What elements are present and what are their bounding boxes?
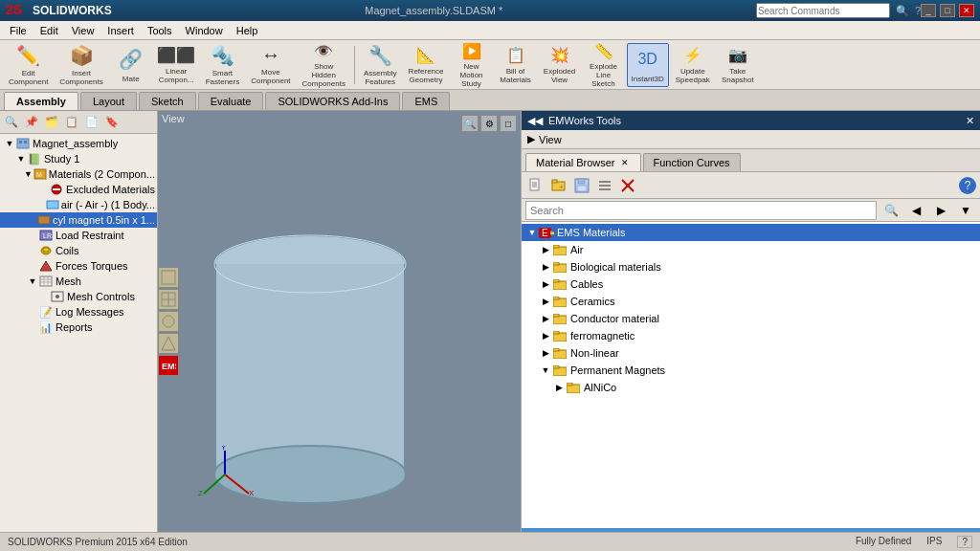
log-arrow[interactable]: ▶ — [27, 307, 38, 317]
mat-ems-materials[interactable]: ▼ E EMS Materials — [522, 224, 980, 241]
air-arrow[interactable]: ▶ — [34, 200, 45, 209]
lp-btn-4[interactable]: 📄 — [82, 113, 101, 132]
materials-arrow[interactable]: ▼ — [23, 169, 33, 179]
ceramics-arrow[interactable]: ▶ — [539, 297, 552, 306]
explode-line-button[interactable]: 📏 ExplodeLineSketch — [583, 43, 625, 87]
mat-ceramics[interactable]: ▶ Ceramics — [522, 293, 980, 310]
menu-file[interactable]: File — [4, 23, 33, 38]
new-folder-btn[interactable]: + — [548, 175, 569, 196]
nonlinear-arrow[interactable]: ▶ — [539, 348, 552, 358]
new-material-btn[interactable] — [525, 175, 546, 196]
insert-components-button[interactable]: 📦 InsertComponents — [55, 43, 107, 87]
tree-materials[interactable]: ▼ M Materials (2 Compon... — [0, 166, 157, 182]
lp-btn-1[interactable]: 📌 — [22, 113, 41, 132]
menu-tools[interactable]: Tools — [142, 23, 178, 38]
tab-layout[interactable]: Layout — [80, 92, 137, 110]
lp-btn-2[interactable]: 🗂️ — [42, 113, 61, 132]
mat-cables[interactable]: ▶ Cables — [522, 276, 980, 293]
menu-window[interactable]: Window — [180, 23, 229, 38]
rp-collapse-btn[interactable]: ✕ — [966, 115, 974, 127]
mat-ferromagnetic[interactable]: ▶ ferromagnetic — [522, 327, 980, 344]
mat-permanent-magnets[interactable]: ▼ Permanent Magnets — [522, 362, 980, 379]
assembly-features-button[interactable]: 🔧 AssemblyFeatures — [359, 43, 402, 87]
reports-arrow[interactable]: ▶ — [27, 322, 38, 332]
air-mat-arrow[interactable]: ▶ — [539, 245, 552, 254]
tab-assembly[interactable]: Assembly — [4, 92, 78, 110]
bill-of-materials-button[interactable]: 📋 Bill ofMaterials — [495, 43, 537, 87]
tab-sketch[interactable]: Sketch — [139, 92, 196, 110]
mesh-arrow[interactable]: ▼ — [27, 276, 38, 286]
permanent-magnets-arrow[interactable]: ▼ — [539, 365, 552, 375]
smart-fasteners-button[interactable]: 🔩 SmartFasteners — [201, 43, 245, 87]
save-material-btn[interactable] — [571, 175, 592, 196]
tab-function-curves[interactable]: Function Curves — [643, 153, 741, 171]
zoom-icon[interactable]: 🔍 — [461, 115, 479, 132]
move-component-button[interactable]: ↔️ MoveComponent — [246, 43, 295, 87]
mat-conductor[interactable]: ▶ Conductor material — [522, 310, 980, 327]
tree-air[interactable]: ▶ air (- Air -) (1 Body... — [0, 197, 157, 212]
menu-help[interactable]: Help — [231, 23, 264, 38]
tree-excluded-materials[interactable]: ▶ Excluded Materials — [0, 182, 157, 197]
ferro-arrow[interactable]: ▶ — [539, 331, 552, 341]
magnet-arrow[interactable]: ▶ — [29, 215, 37, 225]
menu-insert[interactable]: Insert — [101, 23, 140, 38]
tab-evaluate[interactable]: Evaluate — [198, 92, 264, 110]
mat-air[interactable]: ▶ Air — [522, 241, 980, 258]
tree-log-messages[interactable]: ▶ 📝 Log Messages — [0, 304, 157, 320]
load-arrow[interactable]: ▶ — [27, 231, 38, 240]
tree-coils[interactable]: ▶ Coils — [0, 243, 157, 258]
mesh-controls-arrow[interactable]: ▶ — [38, 292, 50, 301]
show-hidden-button[interactable]: 👁️ ShowHiddenComponents — [298, 43, 350, 87]
tree-cyl-magnet[interactable]: ▶ cyl magnet 0.5in x 1... — [0, 212, 157, 228]
reference-geometry-button[interactable]: 📐 ReferenceGeometry — [404, 43, 449, 87]
tree-load-restraint[interactable]: ▶ LR Load Restraint — [0, 228, 157, 243]
linear-component-button[interactable]: ⬛⬛ LinearCompon... — [154, 43, 199, 87]
tree-mesh-controls[interactable]: ▶ Mesh Controls — [0, 289, 157, 304]
tab-solidworks-addins[interactable]: SOLIDWORKS Add-Ins — [265, 92, 400, 110]
edit-component-button[interactable]: ✏️ EditComponent — [4, 43, 53, 87]
status-help-icon[interactable]: ? — [957, 536, 972, 548]
help-btn[interactable]: ? — [959, 177, 976, 194]
tab-material-browser[interactable]: Material Browser ✕ — [525, 153, 641, 171]
lp-btn-5[interactable]: 🔖 — [102, 113, 122, 132]
bio-arrow[interactable]: ▶ — [539, 262, 552, 272]
close-material-browser-btn[interactable]: ✕ — [619, 157, 631, 168]
maximize-button[interactable]: □ — [940, 4, 955, 17]
delete-material-btn[interactable] — [617, 175, 638, 196]
tree-reports[interactable]: ▶ 📊 Reports — [0, 320, 157, 335]
lp-btn-3[interactable]: 📋 — [62, 113, 81, 132]
mate-button[interactable]: 🔗 Mate — [110, 43, 152, 87]
mat-nonlinear[interactable]: ▶ Non-linear — [522, 344, 980, 362]
tree-study1[interactable]: ▼ 📗 Study 1 — [0, 151, 157, 166]
tree-root[interactable]: ▼ Magnet_assembly — [0, 136, 157, 151]
cables-arrow[interactable]: ▶ — [539, 279, 552, 289]
search-prev-btn[interactable]: ◀ — [905, 200, 926, 221]
emworks-header-arrow[interactable]: ◀◀ — [527, 115, 543, 127]
search-submit-btn[interactable]: 🔍 — [880, 200, 902, 221]
excluded-arrow[interactable]: ▶ — [37, 185, 49, 194]
search-next-btn[interactable]: ▶ — [930, 200, 951, 221]
forces-arrow[interactable]: ▶ — [27, 261, 38, 271]
alnico-arrow[interactable]: ▶ — [552, 383, 566, 392]
mat-alnico[interactable]: ▶ AlNiCo — [522, 379, 980, 396]
coils-arrow[interactable]: ▶ — [27, 246, 38, 255]
close-button[interactable]: ✕ — [959, 4, 974, 17]
view-settings-icon[interactable]: ⚙ — [480, 115, 498, 132]
material-search-input[interactable] — [525, 201, 877, 220]
lp-search-btn[interactable]: 🔍 — [2, 113, 21, 132]
search-commands-input[interactable] — [756, 3, 890, 18]
take-snapshot-button[interactable]: 📷 TakeSnapshot — [717, 43, 759, 87]
viewport[interactable]: View 🔍 ⚙ □ EMS — [158, 111, 521, 532]
conductor-arrow[interactable]: ▶ — [539, 314, 552, 323]
minimize-button[interactable]: _ — [921, 4, 936, 17]
view-arrow[interactable]: ▶ — [527, 133, 535, 145]
study1-arrow[interactable]: ▼ — [15, 154, 27, 164]
new-motion-button[interactable]: ▶️ NewMotionStudy — [451, 43, 493, 87]
search-options-btn[interactable]: ▼ — [955, 200, 976, 221]
display-mode-icon[interactable]: □ — [500, 115, 517, 132]
exploded-view-button[interactable]: 💥 ExplodedView — [539, 43, 581, 87]
update-speedpak-button[interactable]: ⚡ UpdateSpeedpak — [671, 43, 715, 87]
root-arrow[interactable]: ▼ — [4, 139, 15, 148]
mat-biological[interactable]: ▶ Biological materials — [522, 258, 980, 276]
ems-materials-arrow[interactable]: ▼ — [525, 228, 539, 237]
